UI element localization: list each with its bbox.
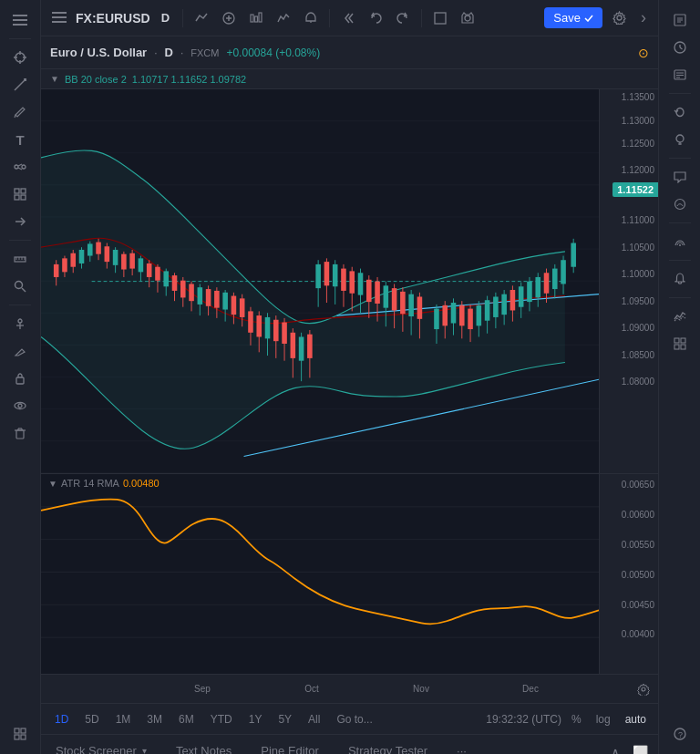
chart-settings-btn[interactable] — [629, 675, 658, 704]
svg-rect-138 — [375, 282, 380, 304]
sep2 — [9, 240, 31, 241]
tab-stock-screener[interactable]: Stock Screener ▾ — [41, 735, 161, 754]
svg-rect-42 — [52, 12, 67, 14]
svg-rect-102 — [222, 293, 228, 310]
multiline-icon[interactable] — [665, 304, 695, 329]
save-button[interactable]: Save — [544, 7, 602, 28]
svg-rect-178 — [552, 269, 558, 289]
shapes-icon[interactable] — [5, 181, 35, 207]
svg-rect-62 — [54, 264, 59, 277]
tf-3m[interactable]: 3M — [140, 710, 169, 728]
price-label-5: 1.11000 — [622, 215, 654, 225]
arrow-icon[interactable] — [5, 209, 35, 234]
lock-icon[interactable] — [5, 366, 35, 391]
screenshot-icon[interactable] — [457, 8, 479, 28]
indicators-icon[interactable] — [273, 8, 294, 28]
ruler-icon[interactable] — [5, 246, 35, 272]
svg-rect-209 — [674, 338, 679, 343]
redo-icon[interactable] — [392, 8, 414, 28]
svg-point-53 — [465, 15, 470, 21]
current-price-label: 1.11522 — [612, 182, 658, 197]
draw-icon[interactable] — [5, 72, 35, 98]
replay-icon[interactable] — [665, 99, 695, 125]
timeframe-badge[interactable]: D — [156, 9, 175, 26]
tab-more[interactable]: ··· — [442, 735, 481, 754]
help-icon[interactable]: ? — [665, 721, 695, 747]
svg-line-14 — [18, 168, 22, 170]
bb-collapse[interactable]: ▼ — [50, 74, 59, 84]
text-icon[interactable]: T — [5, 127, 35, 152]
symbol-label[interactable]: FX:EURUSD — [76, 11, 150, 26]
price-label-6: 1.10500 — [622, 242, 654, 252]
tf-1y[interactable]: 1Y — [242, 710, 269, 728]
svg-rect-43 — [52, 16, 67, 18]
bell-icon[interactable] — [665, 266, 695, 292]
indicator-canvas[interactable]: ▼ ATR 14 RMA 0.00480 — [41, 474, 599, 674]
scale-percent[interactable]: % — [567, 710, 586, 728]
save-label: Save — [553, 11, 581, 25]
tab-strategy-tester[interactable]: Strategy Tester — [334, 735, 442, 754]
svg-rect-180 — [561, 260, 566, 284]
fullscreen-icon[interactable] — [429, 8, 451, 28]
more-icon[interactable]: › — [636, 5, 651, 31]
indicator-collapse-btn[interactable]: ▼ — [48, 479, 57, 489]
compare-icon[interactable] — [190, 8, 212, 28]
svg-rect-88 — [163, 271, 169, 286]
tab-expand-icon[interactable]: ⬜ — [630, 742, 651, 754]
svg-rect-50 — [259, 13, 262, 22]
goto-btn[interactable]: Go to... — [330, 710, 378, 728]
watchlist-icon[interactable] — [665, 7, 695, 33]
anchor-icon[interactable] — [5, 311, 35, 336]
tab-text-notes[interactable]: Text Notes — [161, 735, 246, 754]
zoom-icon[interactable] — [5, 274, 35, 299]
settings-icon[interactable] — [608, 7, 631, 28]
price-change: +0.00084 (+0.08%) — [226, 46, 320, 59]
tf-all[interactable]: All — [302, 710, 326, 728]
svg-rect-48 — [251, 15, 253, 22]
svg-rect-108 — [248, 311, 253, 332]
tab-up-icon[interactable]: ∧ — [608, 742, 623, 754]
svg-point-27 — [18, 319, 22, 323]
tf-1d[interactable]: 1D — [48, 710, 75, 728]
eye-icon[interactable] — [5, 393, 35, 418]
go-back-icon[interactable] — [337, 8, 359, 28]
r-sep3 — [669, 222, 691, 223]
chat-icon[interactable] — [665, 164, 695, 190]
ideas-icon[interactable] — [665, 127, 695, 152]
signal-icon[interactable] — [665, 229, 695, 254]
chat2-icon[interactable] — [665, 191, 695, 217]
manage-layouts-icon[interactable] — [5, 721, 35, 747]
chart-container: Euro / U.S. Dollar · D · FXCM +0.00084 (… — [41, 36, 658, 754]
pattern-icon[interactable] — [5, 154, 35, 180]
trash-icon[interactable] — [5, 420, 35, 446]
svg-rect-176 — [544, 273, 550, 293]
svg-point-205 — [679, 244, 681, 246]
crosshair-icon[interactable] — [5, 45, 35, 70]
tab-pine-editor[interactable]: Pine Editor — [246, 735, 334, 754]
clock-icon[interactable] — [665, 35, 695, 60]
undo-icon[interactable] — [365, 8, 386, 28]
dom-icon[interactable] — [665, 331, 695, 356]
indicator-panel: ▼ ATR 14 RMA 0.00480 — [41, 473, 658, 674]
indicator-price-axis[interactable]: 0.00650 0.00600 0.00550 0.00500 0.00450 … — [599, 474, 658, 674]
svg-rect-110 — [256, 315, 262, 336]
svg-rect-78 — [121, 254, 127, 270]
news-icon[interactable] — [665, 62, 695, 88]
scale-log[interactable]: log — [592, 710, 615, 728]
tf-5y[interactable]: 5Y — [272, 710, 298, 728]
add-indicator-icon[interactable] — [218, 8, 240, 28]
tf-ytd[interactable]: YTD — [204, 710, 239, 728]
menu-icon[interactable] — [5, 7, 35, 33]
eraser-icon[interactable] — [5, 338, 35, 364]
price-axis[interactable]: 1.13500 1.13000 1.12500 1.12000 1.11522 … — [599, 89, 658, 473]
svg-rect-104 — [232, 296, 237, 315]
pen-icon[interactable] — [5, 99, 35, 125]
scale-auto[interactable]: auto — [621, 710, 651, 728]
tf-5d[interactable]: 5D — [78, 710, 105, 728]
hamburger-icon[interactable] — [48, 6, 70, 30]
tf-6m[interactable]: 6M — [172, 710, 201, 728]
bar-style-icon[interactable] — [245, 8, 267, 28]
tf-1m[interactable]: 1M — [109, 710, 138, 728]
chart-canvas[interactable] — [41, 89, 599, 473]
alerts-icon[interactable] — [300, 8, 322, 28]
